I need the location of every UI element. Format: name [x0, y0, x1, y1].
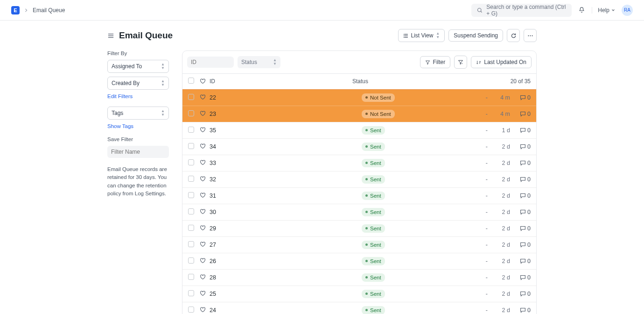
more-menu-button[interactable] [524, 29, 537, 42]
row-comments[interactable]: 0 [510, 127, 531, 134]
row-time: 2 d [488, 160, 510, 166]
suspend-sending-button[interactable]: Suspend Sending [448, 29, 503, 42]
table-row[interactable]: 35 Sent - 1 d 0 [182, 122, 536, 138]
tags-select[interactable]: Tags ▲▼ [107, 107, 169, 120]
view-selector[interactable]: List View ▲▼ [398, 29, 445, 42]
app-logo[interactable]: E [11, 6, 20, 14]
refresh-button[interactable] [507, 29, 520, 42]
show-tags-link[interactable]: Show Tags [107, 123, 169, 129]
row-checkbox[interactable] [188, 143, 194, 149]
row-comments[interactable]: 0 [510, 209, 531, 215]
row-comments[interactable]: 0 [510, 193, 531, 199]
status-badge: Sent [362, 192, 385, 200]
heart-icon[interactable] [199, 159, 206, 165]
heart-icon[interactable] [199, 306, 206, 313]
row-comments[interactable]: 0 [510, 307, 531, 314]
assigned-to-select[interactable]: Assigned To ▲▼ [107, 60, 169, 73]
updown-icon: ▲▼ [161, 109, 165, 117]
row-comments[interactable]: 0 [510, 94, 531, 101]
row-comments[interactable]: 0 [510, 176, 531, 183]
heart-icon[interactable] [199, 175, 206, 182]
row-checkbox[interactable] [188, 94, 194, 100]
heart-icon[interactable] [199, 93, 206, 100]
row-checkbox[interactable] [188, 110, 194, 116]
row-comments[interactable]: 0 [510, 225, 531, 232]
table-row[interactable]: 28 Sent - 2 d 0 [182, 269, 536, 285]
bell-icon[interactable] [578, 7, 585, 14]
row-id: 28 [210, 274, 362, 281]
heart-icon[interactable] [199, 273, 206, 280]
table-row[interactable]: 22 Not Sent - 4 m 0 [182, 89, 536, 106]
status-badge: Sent [362, 257, 385, 265]
status-filter-label: Status [241, 59, 257, 65]
row-checkbox[interactable] [188, 225, 194, 231]
breadcrumb-item[interactable]: Email Queue [33, 7, 65, 14]
table-row[interactable]: 29 Sent - 2 d 0 [182, 220, 536, 236]
row-extra: - [474, 307, 488, 314]
table-row[interactable]: 31 Sent - 2 d 0 [182, 187, 536, 204]
row-checkbox[interactable] [188, 159, 194, 165]
table-row[interactable]: 24 Sent - 2 d 0 [182, 302, 536, 314]
row-comments[interactable]: 0 [510, 274, 531, 281]
sidebar-toggle-icon[interactable] [107, 32, 114, 39]
id-filter-input[interactable] [187, 57, 234, 68]
global-search[interactable]: Search or type a command (Ctrl + G) [471, 4, 572, 17]
id-column-header[interactable]: ID [210, 78, 352, 85]
table-row[interactable]: 25 Sent - 2 d 0 [182, 285, 536, 302]
view-label: List View [411, 32, 434, 39]
row-comments[interactable]: 0 [510, 160, 531, 166]
row-comments[interactable]: 0 [510, 242, 531, 248]
row-checkbox[interactable] [188, 176, 194, 182]
row-checkbox[interactable] [188, 241, 194, 247]
advanced-filter-button[interactable] [454, 56, 467, 69]
heart-icon[interactable] [199, 257, 206, 264]
table-row[interactable]: 30 Sent - 2 d 0 [182, 204, 536, 220]
svg-point-3 [532, 35, 532, 36]
heart-icon[interactable] [199, 192, 206, 198]
select-all-checkbox[interactable] [188, 78, 194, 84]
row-time: 2 d [488, 193, 510, 199]
help-dropdown[interactable]: Help [592, 7, 615, 14]
row-comments[interactable]: 0 [510, 143, 531, 150]
row-comments[interactable]: 0 [510, 111, 531, 117]
status-column-header[interactable]: Status [352, 78, 464, 85]
heart-icon[interactable] [199, 241, 206, 247]
row-checkbox[interactable] [188, 290, 194, 296]
table-row[interactable]: 27 Sent - 2 d 0 [182, 236, 536, 253]
edit-filters-link[interactable]: Edit Filters [107, 93, 169, 99]
row-extra: - [474, 176, 488, 183]
user-avatar[interactable]: RA [622, 5, 633, 16]
heart-icon[interactable] [199, 208, 206, 214]
row-checkbox[interactable] [188, 257, 194, 264]
row-checkbox[interactable] [188, 127, 194, 133]
table-row[interactable]: 34 Sent - 2 d 0 [182, 138, 536, 155]
row-checkbox[interactable] [188, 274, 194, 280]
heart-icon[interactable] [199, 126, 206, 133]
filter-name-input[interactable] [107, 146, 169, 158]
row-id: 33 [210, 160, 362, 166]
comment-icon [520, 242, 526, 248]
row-comments[interactable]: 0 [510, 291, 531, 297]
sort-button[interactable]: Last Updated On [471, 56, 532, 68]
row-id: 32 [210, 176, 362, 183]
heart-icon[interactable] [199, 224, 206, 231]
search-placeholder: Search or type a command (Ctrl + G) [486, 4, 566, 17]
row-checkbox[interactable] [188, 208, 194, 214]
assigned-to-label: Assigned To [112, 63, 142, 70]
status-filter-select[interactable]: Status ▲▼ [238, 56, 280, 68]
row-checkbox[interactable] [188, 307, 194, 313]
filter-button[interactable]: Filter [420, 56, 451, 68]
table-row[interactable]: 26 Sent - 2 d 0 [182, 253, 536, 269]
heart-icon[interactable] [199, 290, 206, 296]
heart-icon[interactable] [199, 110, 206, 116]
created-by-select[interactable]: Created By ▲▼ [107, 77, 169, 90]
row-extra: - [474, 94, 488, 101]
table-row[interactable]: 33 Sent - 2 d 0 [182, 155, 536, 171]
heart-icon[interactable] [199, 143, 206, 149]
row-checkbox[interactable] [188, 192, 194, 198]
table-row[interactable]: 23 Not Sent - 4 m 0 [182, 106, 536, 122]
row-extra: - [474, 193, 488, 199]
row-id: 34 [210, 143, 362, 150]
table-row[interactable]: 32 Sent - 2 d 0 [182, 171, 536, 187]
row-comments[interactable]: 0 [510, 258, 531, 264]
